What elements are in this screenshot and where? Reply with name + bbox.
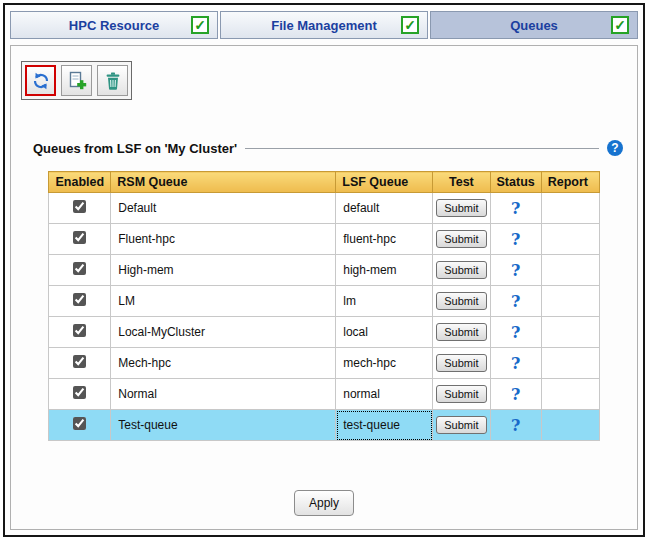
table-row[interactable]: DefaultdefaultSubmit? — [49, 193, 599, 224]
lsf-queue-cell[interactable]: test-queue — [336, 410, 433, 441]
add-queue-icon — [67, 71, 87, 91]
tab-label: HPC Resource — [69, 18, 159, 33]
green-check-icon: ✓ — [191, 16, 209, 34]
tab-label: File Management — [271, 18, 376, 33]
report-cell — [541, 410, 599, 441]
status-cell: ? — [490, 410, 541, 441]
header-test: Test — [433, 172, 490, 193]
test-cell: Submit — [433, 379, 490, 410]
enabled-cell — [49, 286, 111, 317]
status-cell: ? — [490, 255, 541, 286]
lsf-queue-cell[interactable]: mech-hpc — [336, 348, 433, 379]
submit-button[interactable]: Submit — [436, 416, 486, 434]
submit-button[interactable]: Submit — [436, 199, 486, 217]
enabled-checkbox[interactable] — [73, 293, 86, 306]
enabled-cell — [49, 255, 111, 286]
enabled-checkbox[interactable] — [73, 324, 86, 337]
status-unknown-icon: ? — [511, 385, 520, 404]
add-queue-button[interactable] — [61, 65, 92, 96]
report-cell — [541, 286, 599, 317]
table-row[interactable]: High-memhigh-memSubmit? — [49, 255, 599, 286]
rsm-queue-cell[interactable]: Mech-hpc — [111, 348, 336, 379]
trash-icon — [103, 71, 123, 91]
report-cell — [541, 348, 599, 379]
lsf-queue-cell[interactable]: high-mem — [336, 255, 433, 286]
header-rsm-queue: RSM Queue — [111, 172, 336, 193]
test-cell: Submit — [433, 224, 490, 255]
rsm-queue-cell[interactable]: Test-queue — [111, 410, 336, 441]
rsm-queue-cell[interactable]: Normal — [111, 379, 336, 410]
submit-button[interactable]: Submit — [436, 230, 486, 248]
test-cell: Submit — [433, 286, 490, 317]
report-cell — [541, 317, 599, 348]
queues-panel: Queues from LSF on 'My Cluster' ? Enable… — [10, 45, 638, 530]
enabled-cell — [49, 193, 111, 224]
submit-button[interactable]: Submit — [436, 323, 486, 341]
table-header-row: Enabled RSM Queue LSF Queue Test Status … — [49, 172, 599, 193]
green-check-icon: ✓ — [611, 16, 629, 34]
enabled-cell — [49, 348, 111, 379]
enabled-checkbox[interactable] — [73, 231, 86, 244]
enabled-checkbox[interactable] — [73, 386, 86, 399]
status-cell: ? — [490, 379, 541, 410]
lsf-queue-cell[interactable]: lm — [336, 286, 433, 317]
table-row[interactable]: LMlmSubmit? — [49, 286, 599, 317]
tab-file-management[interactable]: File Management ✓ — [220, 11, 428, 39]
lsf-queue-cell[interactable]: local — [336, 317, 433, 348]
header-status: Status — [490, 172, 541, 193]
table-row[interactable]: Fluent-hpcfluent-hpcSubmit? — [49, 224, 599, 255]
test-cell: Submit — [433, 255, 490, 286]
tab-queues[interactable]: Queues ✓ — [430, 11, 638, 39]
tab-bar: HPC Resource ✓ File Management ✓ Queues … — [5, 5, 643, 39]
refresh-queues-button[interactable] — [25, 65, 56, 96]
rsm-queue-cell[interactable]: Fluent-hpc — [111, 224, 336, 255]
rsm-configuration-window: HPC Resource ✓ File Management ✓ Queues … — [3, 3, 645, 537]
rsm-queue-cell[interactable]: Default — [111, 193, 336, 224]
lsf-queue-cell[interactable]: fluent-hpc — [336, 224, 433, 255]
tab-hpc-resource[interactable]: HPC Resource ✓ — [10, 11, 218, 39]
enabled-checkbox[interactable] — [73, 355, 86, 368]
submit-button[interactable]: Submit — [436, 354, 486, 372]
status-unknown-icon: ? — [511, 354, 520, 373]
delete-queue-button[interactable] — [97, 65, 128, 96]
table-row[interactable]: Local-MyClusterlocalSubmit? — [49, 317, 599, 348]
status-unknown-icon: ? — [511, 416, 520, 435]
queues-table: Enabled RSM Queue LSF Queue Test Status … — [48, 171, 599, 441]
rsm-queue-cell[interactable]: Local-MyCluster — [111, 317, 336, 348]
status-cell: ? — [490, 224, 541, 255]
enabled-checkbox[interactable] — [73, 417, 86, 430]
lsf-queue-cell[interactable]: default — [336, 193, 433, 224]
report-cell — [541, 255, 599, 286]
queues-toolbar — [21, 61, 132, 100]
status-unknown-icon: ? — [511, 292, 520, 311]
rsm-queue-cell[interactable]: LM — [111, 286, 336, 317]
enabled-checkbox[interactable] — [73, 200, 86, 213]
status-cell: ? — [490, 193, 541, 224]
enabled-checkbox[interactable] — [73, 262, 86, 275]
apply-button[interactable]: Apply — [294, 490, 354, 516]
queues-table-body: DefaultdefaultSubmit?Fluent-hpcfluent-hp… — [49, 193, 599, 441]
help-icon[interactable]: ? — [607, 140, 623, 156]
enabled-cell — [49, 317, 111, 348]
lsf-queue-cell[interactable]: normal — [336, 379, 433, 410]
rsm-queue-cell[interactable]: High-mem — [111, 255, 336, 286]
table-row[interactable]: NormalnormalSubmit? — [49, 379, 599, 410]
queues-table-container: Enabled RSM Queue LSF Queue Test Status … — [48, 171, 599, 441]
header-lsf-queue: LSF Queue — [336, 172, 433, 193]
test-cell: Submit — [433, 348, 490, 379]
section-divider — [245, 148, 599, 149]
refresh-icon — [31, 71, 51, 91]
status-unknown-icon: ? — [511, 230, 520, 249]
header-report: Report — [541, 172, 599, 193]
enabled-cell — [49, 379, 111, 410]
submit-button[interactable]: Submit — [436, 292, 486, 310]
test-cell: Submit — [433, 317, 490, 348]
status-unknown-icon: ? — [511, 261, 520, 280]
submit-button[interactable]: Submit — [436, 385, 486, 403]
table-row[interactable]: Mech-hpcmech-hpcSubmit? — [49, 348, 599, 379]
enabled-cell — [49, 224, 111, 255]
status-unknown-icon: ? — [511, 323, 520, 342]
submit-button[interactable]: Submit — [436, 261, 486, 279]
section-header: Queues from LSF on 'My Cluster' ? — [33, 140, 623, 156]
table-row[interactable]: Test-queuetest-queueSubmit? — [49, 410, 599, 441]
